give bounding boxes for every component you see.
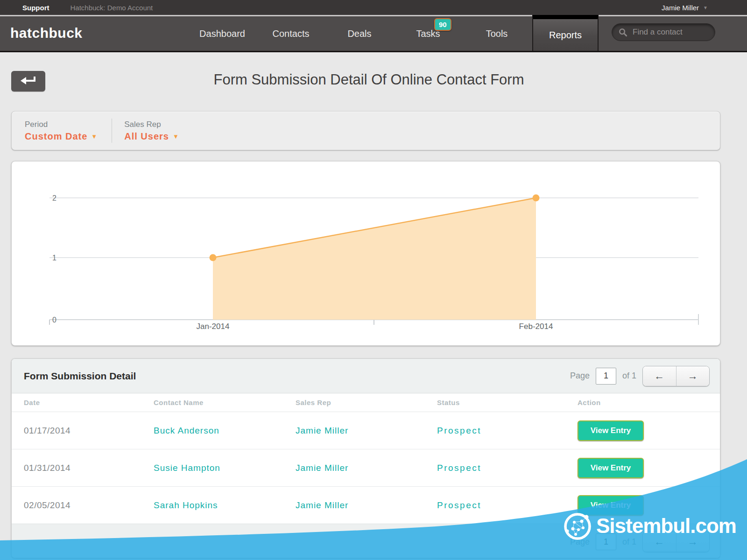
app-screen: Support Hatchbuck: Demo Account Jamie Mi… bbox=[0, 0, 747, 560]
status-link[interactable]: Prospect bbox=[437, 500, 578, 511]
sales-rep-dropdown[interactable]: All Users ▼ bbox=[124, 131, 179, 142]
data-point-feb bbox=[533, 195, 540, 202]
column-headers: Date Contact Name Sales Rep Status Actio… bbox=[12, 393, 720, 412]
nav-tab-tasks[interactable]: Tasks 90 bbox=[395, 15, 461, 51]
nav-tab-tools[interactable]: Tools bbox=[464, 15, 530, 51]
col-sales-rep: Sales Rep bbox=[296, 399, 437, 406]
col-status: Status bbox=[437, 399, 578, 406]
chevron-down-icon: ▼ bbox=[91, 133, 98, 140]
row-date: 01/31/2014 bbox=[24, 463, 154, 473]
y-tick-0: 0 bbox=[52, 316, 56, 324]
sales-rep-link[interactable]: Jamie Miller bbox=[296, 500, 437, 511]
data-point-jan bbox=[210, 254, 217, 261]
x-tick-feb: Feb-2014 bbox=[519, 322, 553, 331]
status-link[interactable]: Prospect bbox=[437, 463, 578, 473]
sales-rep-link[interactable]: Jamie Miller bbox=[296, 426, 437, 436]
pagination-top: Page of 1 ← → bbox=[570, 359, 710, 393]
page-label: Page bbox=[570, 371, 590, 381]
contact-search bbox=[612, 23, 715, 41]
y-tick-2: 2 bbox=[52, 194, 56, 202]
y-tick-1: 1 bbox=[52, 254, 56, 262]
page-title: Form Submission Detail Of Online Contact… bbox=[0, 71, 738, 88]
tasks-count-badge: 90 bbox=[434, 18, 451, 31]
table-row: 01/17/2014 Buck Anderson Jamie Miller Pr… bbox=[12, 412, 720, 449]
x-tick-jan: Jan-2014 bbox=[197, 322, 230, 331]
col-contact-name: Contact Name bbox=[154, 399, 296, 406]
period-filter: Period Custom Date ▼ bbox=[25, 120, 98, 142]
contact-link[interactable]: Sarah Hopkins bbox=[154, 500, 296, 511]
row-date: 02/05/2014 bbox=[24, 500, 154, 511]
watermark-text: Sistembul.com bbox=[596, 514, 736, 538]
account-name: Hatchbuck: Demo Account bbox=[70, 4, 153, 12]
view-entry-button[interactable]: View Entry bbox=[578, 458, 644, 478]
main-nav: hatchbuck Dashboard Contacts Deals Tasks… bbox=[0, 15, 747, 52]
watermark: Sistembul.com bbox=[563, 511, 736, 541]
chevron-down-icon: ▼ bbox=[703, 5, 708, 10]
sistembul-logo-icon bbox=[563, 511, 592, 541]
support-link[interactable]: Support bbox=[22, 4, 49, 12]
nav-tab-reports[interactable]: Reports bbox=[532, 15, 599, 51]
sales-rep-label: Sales Rep bbox=[124, 120, 179, 129]
view-entry-button[interactable]: View Entry bbox=[578, 420, 644, 441]
sales-rep-link[interactable]: Jamie Miller bbox=[296, 463, 437, 473]
user-name: Jamie Miller bbox=[662, 4, 699, 12]
submissions-chart-card: 2 1 0 Jan-2014 Feb-2014 bbox=[11, 161, 720, 346]
page-of-label: of 1 bbox=[622, 371, 636, 381]
nav-tabs: Dashboard Contacts Deals Tasks 90 Tools … bbox=[189, 15, 599, 51]
contact-link[interactable]: Buck Anderson bbox=[154, 426, 296, 436]
row-date: 01/17/2014 bbox=[24, 426, 154, 436]
search-input[interactable] bbox=[632, 27, 708, 37]
user-menu[interactable]: Jamie Miller ▼ bbox=[662, 4, 708, 12]
search-icon bbox=[619, 28, 627, 37]
table-row: 01/31/2014 Susie Hampton Jamie Miller Pr… bbox=[12, 449, 720, 486]
hatchbuck-logo[interactable]: hatchbuck bbox=[10, 15, 83, 51]
nav-tab-contacts[interactable]: Contacts bbox=[258, 15, 324, 51]
filter-bar: Period Custom Date ▼ Sales Rep All Users… bbox=[11, 111, 720, 150]
status-link[interactable]: Prospect bbox=[437, 426, 578, 436]
period-label: Period bbox=[25, 120, 98, 129]
utility-bar: Support Hatchbuck: Demo Account Jamie Mi… bbox=[0, 0, 747, 15]
contact-link[interactable]: Susie Hampton bbox=[154, 463, 296, 473]
arrow-left-icon: ← bbox=[654, 370, 664, 382]
sales-rep-filter: Sales Rep All Users ▼ bbox=[124, 120, 179, 142]
next-page-button[interactable]: → bbox=[676, 366, 710, 386]
period-dropdown[interactable]: Custom Date ▼ bbox=[25, 131, 98, 142]
chevron-down-icon: ▼ bbox=[173, 133, 179, 140]
table-title: Form Submission Detail bbox=[24, 359, 136, 393]
arrow-right-icon: → bbox=[688, 370, 698, 382]
submissions-area-chart: 2 1 0 Jan-2014 Feb-2014 bbox=[12, 161, 720, 345]
col-date: Date bbox=[24, 399, 154, 406]
page-number-input[interactable] bbox=[596, 368, 616, 385]
nav-tab-deals[interactable]: Deals bbox=[326, 15, 393, 51]
table-header: Form Submission Detail Page of 1 ← → bbox=[12, 359, 720, 393]
pager-buttons: ← → bbox=[642, 366, 710, 386]
col-action: Action bbox=[578, 399, 720, 406]
prev-page-button[interactable]: ← bbox=[643, 366, 676, 386]
filter-divider bbox=[112, 119, 112, 143]
nav-tab-dashboard[interactable]: Dashboard bbox=[189, 15, 255, 51]
